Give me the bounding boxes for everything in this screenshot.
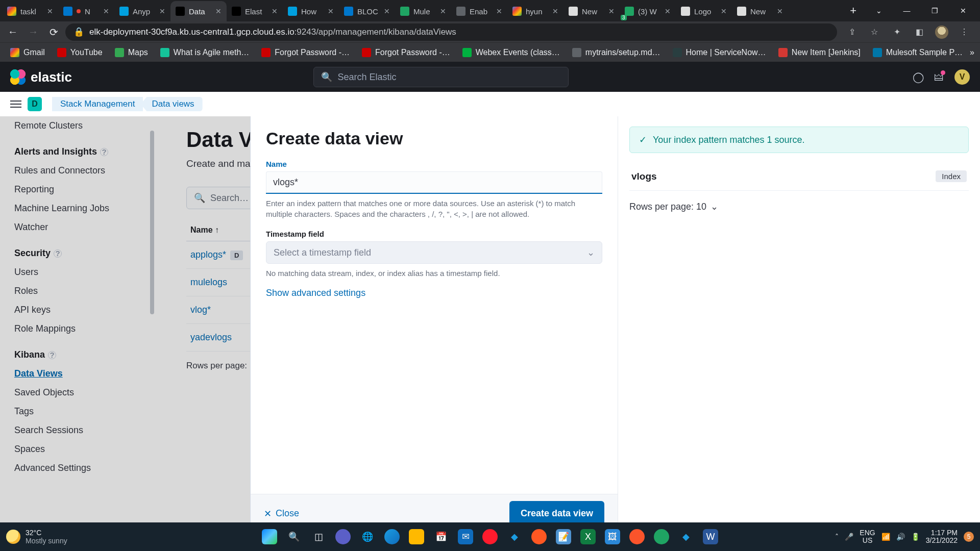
browser-tab[interactable]: New✕ <box>564 1 620 21</box>
minimize-button[interactable]: — <box>893 0 921 21</box>
postman-icon[interactable] <box>531 529 547 544</box>
task-view-icon[interactable]: ◫ <box>311 529 326 544</box>
sidebar-item[interactable]: Search Sessions <box>14 421 161 440</box>
browser-tab[interactable]: Mule✕ <box>395 1 451 21</box>
show-advanced-link[interactable]: Show advanced settings <box>266 288 365 298</box>
mail-icon[interactable]: ✉ <box>458 529 473 544</box>
close-tab-icon[interactable]: ✕ <box>47 7 53 15</box>
bookmark-item[interactable]: New Item [Jenkins] <box>773 46 866 59</box>
sidebar-item[interactable]: Role Mappings <box>14 319 161 338</box>
sidebar-item[interactable]: Advanced Settings <box>14 459 161 478</box>
close-tab-icon[interactable]: ✕ <box>665 7 671 15</box>
file-explorer-icon[interactable] <box>409 529 424 544</box>
microphone-icon[interactable]: 🎤 <box>845 533 853 541</box>
bookmark-item[interactable]: What is Agile meth… <box>155 46 255 59</box>
breadcrumb[interactable]: Data views <box>140 97 202 111</box>
opera-icon[interactable] <box>482 529 498 544</box>
bookmark-item[interactable]: Gmail <box>5 46 50 59</box>
extensions-icon[interactable]: ✦ <box>888 23 905 41</box>
close-tab-icon[interactable]: ✕ <box>215 7 222 15</box>
sidebar-item[interactable]: Data Views <box>14 364 161 383</box>
elastic-logo[interactable]: elastic <box>10 69 72 85</box>
chrome-icon[interactable]: 🌐 <box>360 529 375 544</box>
sidebar-item[interactable]: API keys <box>14 300 161 319</box>
space-selector[interactable]: D <box>28 97 42 111</box>
wifi-icon[interactable]: 📶 <box>881 533 890 541</box>
reload-button[interactable]: ⟳ <box>45 23 62 41</box>
close-tab-icon[interactable]: ✕ <box>552 7 558 15</box>
browser-tab[interactable]: N✕ <box>58 1 114 21</box>
close-tab-icon[interactable]: ✕ <box>159 7 165 15</box>
close-tab-icon[interactable]: ✕ <box>384 7 390 15</box>
edge-icon[interactable] <box>384 529 400 544</box>
word-icon[interactable]: W <box>703 529 718 544</box>
battery-icon[interactable]: 🔋 <box>911 533 920 541</box>
browser-tab[interactable]: BLOC✕ <box>339 1 395 21</box>
new-tab-button[interactable]: + <box>842 4 865 17</box>
sidebar-item[interactable]: Roles <box>14 282 161 300</box>
app-icon[interactable] <box>654 529 669 544</box>
sidebar-item[interactable]: Spaces <box>14 440 161 459</box>
clock[interactable]: 1:17 PM3/21/2022 <box>926 529 958 545</box>
browser-tab[interactable]: How✕ <box>283 1 339 21</box>
brave-icon[interactable] <box>629 529 645 544</box>
sidebar-item[interactable]: Watcher <box>14 218 161 237</box>
bookmark-item[interactable]: Forgot Password -… <box>357 46 455 59</box>
teams-icon[interactable] <box>335 529 351 544</box>
close-tab-icon[interactable]: ✕ <box>103 7 109 15</box>
forward-button[interactable]: → <box>24 23 42 41</box>
chevron-down-icon[interactable]: ⌄ <box>865 0 893 21</box>
bookmark-item[interactable]: Home | ServiceNow… <box>668 46 771 59</box>
notepad-icon[interactable]: 📝 <box>556 529 571 544</box>
bookmark-star-icon[interactable]: ☆ <box>866 23 883 41</box>
browser-tab[interactable]: Logo✕ <box>676 1 732 21</box>
bookmark-item[interactable]: Maps <box>110 46 153 59</box>
volume-icon[interactable]: 🔊 <box>896 533 905 541</box>
maximize-button[interactable]: ❐ <box>921 0 949 21</box>
close-tab-icon[interactable]: ✕ <box>608 7 615 15</box>
sidepanel-icon[interactable]: ◧ <box>911 23 928 41</box>
address-bar[interactable]: 🔒 elk-deployment-30cf9a.kb.us-central1.g… <box>65 23 837 41</box>
calendar-icon[interactable]: 📅 <box>433 529 449 544</box>
help-icon[interactable]: ? <box>100 148 108 156</box>
excel-icon[interactable]: X <box>580 529 596 544</box>
timestamp-select[interactable]: Select a timestamp field ⌄ <box>266 241 602 264</box>
share-icon[interactable]: ⇪ <box>843 23 861 41</box>
bookmark-item[interactable]: Webex Events (class… <box>457 46 565 59</box>
sidebar-item[interactable]: Remote Clusters <box>14 116 161 135</box>
sidebar-item[interactable]: Tags <box>14 402 161 421</box>
kebab-menu-icon[interactable]: ⋮ <box>955 23 973 41</box>
name-input[interactable] <box>266 171 602 194</box>
profile-avatar[interactable] <box>933 23 950 41</box>
tray-overflow-icon[interactable]: ˄ <box>835 533 839 541</box>
photos-icon[interactable]: 🖼 <box>605 529 620 544</box>
close-button[interactable]: ✕ Close <box>264 508 299 519</box>
nav-toggle-button[interactable] <box>7 95 24 113</box>
user-avatar[interactable]: V <box>954 69 970 85</box>
browser-tab[interactable]: Enab✕ <box>451 1 507 21</box>
sidebar-item[interactable]: Rules and Connectors <box>14 161 161 180</box>
app-icon[interactable]: ◆ <box>678 529 694 544</box>
sidebar-item[interactable]: Users <box>14 263 161 282</box>
notification-badge[interactable]: 5 <box>964 532 974 542</box>
close-tab-icon[interactable]: ✕ <box>440 7 446 15</box>
help-icon[interactable]: ? <box>54 249 62 258</box>
browser-tab[interactable]: taskl✕ <box>2 1 58 21</box>
close-tab-icon[interactable]: ✕ <box>777 7 783 15</box>
browser-tab[interactable]: 3(3) W✕ <box>620 1 676 21</box>
browser-tab[interactable]: hyun✕ <box>507 1 564 21</box>
search-icon[interactable]: 🔍 <box>286 529 302 544</box>
data-view-link[interactable]: yadevlogs <box>190 332 232 342</box>
newsfeed-icon[interactable]: 🜲 <box>934 71 944 83</box>
close-window-button[interactable]: ✕ <box>949 0 977 21</box>
close-tab-icon[interactable]: ✕ <box>496 7 502 15</box>
close-tab-icon[interactable]: ✕ <box>721 7 727 15</box>
scrollbar-thumb[interactable] <box>150 131 154 314</box>
sidebar-item[interactable]: Machine Learning Jobs <box>14 199 161 218</box>
bookmark-item[interactable]: Mulesoft Sample P… <box>868 46 968 59</box>
bookmark-item[interactable]: Forgot Password -… <box>256 46 355 59</box>
browser-tab[interactable]: Elast✕ <box>227 1 283 21</box>
data-view-link[interactable]: vlog* <box>190 305 211 315</box>
start-button[interactable] <box>262 529 277 544</box>
language-indicator[interactable]: ENGUS <box>860 529 875 545</box>
